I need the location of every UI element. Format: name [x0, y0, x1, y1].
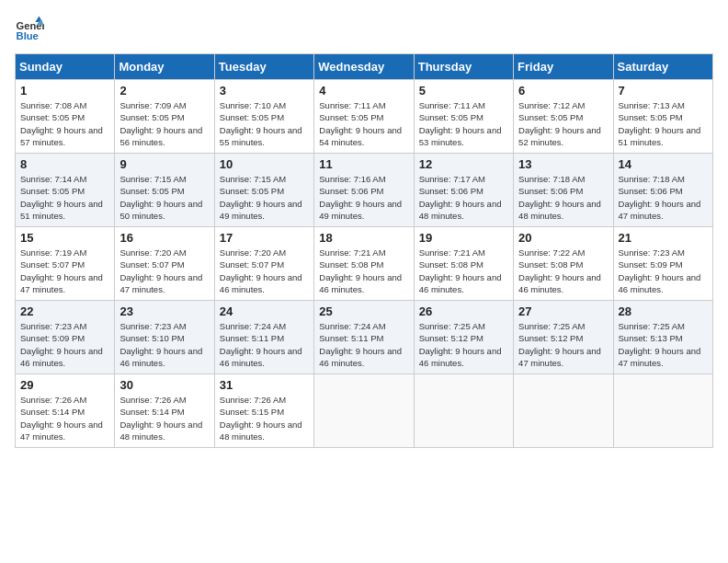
- day-number: 7: [619, 84, 708, 98]
- weekday-header: Saturday: [613, 54, 712, 80]
- day-info: Sunrise: 7:25 AMSunset: 5:12 PMDaylight:…: [419, 320, 508, 369]
- day-info: Sunrise: 7:26 AMSunset: 5:14 PMDaylight:…: [20, 394, 109, 442]
- day-number: 20: [518, 231, 608, 245]
- calendar-week-row: 22Sunrise: 7:23 AMSunset: 5:09 PMDayligh…: [16, 301, 713, 374]
- calendar-day-cell: 12Sunrise: 7:17 AMSunset: 5:06 PMDayligh…: [414, 154, 513, 227]
- day-info: Sunrise: 7:11 AMSunset: 5:05 PMDaylight:…: [419, 99, 508, 148]
- day-number: 14: [619, 157, 708, 171]
- weekday-header: Thursday: [414, 54, 513, 80]
- day-info: Sunrise: 7:11 AMSunset: 5:05 PMDaylight:…: [319, 99, 408, 148]
- calendar-table: SundayMondayTuesdayWednesdayThursdayFrid…: [15, 53, 713, 448]
- day-number: 23: [119, 304, 209, 318]
- day-info: Sunrise: 7:20 AMSunset: 5:07 PMDaylight:…: [119, 247, 209, 295]
- calendar-day-cell: 25Sunrise: 7:24 AMSunset: 5:11 PMDayligh…: [314, 301, 414, 374]
- day-info: Sunrise: 7:10 AMSunset: 5:05 PMDaylight:…: [220, 99, 309, 148]
- day-info: Sunrise: 7:09 AMSunset: 5:05 PMDaylight:…: [119, 99, 209, 148]
- calendar-week-row: 15Sunrise: 7:19 AMSunset: 5:07 PMDayligh…: [16, 227, 713, 301]
- calendar-day-cell: 6Sunrise: 7:12 AMSunset: 5:05 PMDaylight…: [514, 80, 613, 154]
- day-number: 8: [20, 157, 109, 171]
- day-info: Sunrise: 7:22 AMSunset: 5:08 PMDaylight:…: [518, 247, 608, 295]
- day-number: 10: [220, 157, 309, 171]
- calendar-day-cell: 13Sunrise: 7:18 AMSunset: 5:06 PMDayligh…: [514, 154, 613, 227]
- calendar-day-cell: [414, 374, 513, 448]
- calendar-day-cell: 1Sunrise: 7:08 AMSunset: 5:05 PMDaylight…: [16, 80, 115, 154]
- calendar-day-cell: 31Sunrise: 7:26 AMSunset: 5:15 PMDayligh…: [214, 374, 313, 448]
- logo: General Blue: [15, 15, 44, 44]
- calendar-day-cell: 24Sunrise: 7:24 AMSunset: 5:11 PMDayligh…: [214, 301, 313, 374]
- calendar-day-cell: 17Sunrise: 7:20 AMSunset: 5:07 PMDayligh…: [214, 227, 313, 301]
- calendar-day-cell: 8Sunrise: 7:14 AMSunset: 5:05 PMDaylight…: [16, 154, 115, 227]
- day-info: Sunrise: 7:08 AMSunset: 5:05 PMDaylight:…: [20, 99, 109, 148]
- day-info: Sunrise: 7:21 AMSunset: 5:08 PMDaylight:…: [419, 247, 508, 295]
- day-number: 25: [319, 304, 408, 318]
- day-number: 26: [419, 304, 508, 318]
- calendar-day-cell: 5Sunrise: 7:11 AMSunset: 5:05 PMDaylight…: [414, 80, 513, 154]
- day-number: 2: [119, 84, 209, 98]
- day-number: 11: [319, 157, 408, 171]
- calendar-day-cell: 14Sunrise: 7:18 AMSunset: 5:06 PMDayligh…: [613, 154, 712, 227]
- day-info: Sunrise: 7:20 AMSunset: 5:07 PMDaylight:…: [220, 247, 309, 295]
- day-number: 4: [319, 84, 408, 98]
- calendar-week-row: 29Sunrise: 7:26 AMSunset: 5:14 PMDayligh…: [16, 374, 713, 448]
- day-number: 3: [220, 84, 309, 98]
- day-info: Sunrise: 7:13 AMSunset: 5:05 PMDaylight:…: [619, 99, 708, 148]
- calendar-day-cell: 7Sunrise: 7:13 AMSunset: 5:05 PMDaylight…: [613, 80, 712, 154]
- weekday-header-row: SundayMondayTuesdayWednesdayThursdayFrid…: [16, 54, 713, 80]
- day-number: 30: [119, 378, 209, 392]
- day-info: Sunrise: 7:24 AMSunset: 5:11 PMDaylight:…: [319, 320, 408, 369]
- day-info: Sunrise: 7:25 AMSunset: 5:12 PMDaylight:…: [518, 320, 608, 369]
- weekday-header: Friday: [514, 54, 613, 80]
- calendar-day-cell: 23Sunrise: 7:23 AMSunset: 5:10 PMDayligh…: [115, 301, 214, 374]
- calendar-day-cell: 22Sunrise: 7:23 AMSunset: 5:09 PMDayligh…: [16, 301, 115, 374]
- day-info: Sunrise: 7:12 AMSunset: 5:05 PMDaylight:…: [518, 99, 608, 148]
- calendar-day-cell: 21Sunrise: 7:23 AMSunset: 5:09 PMDayligh…: [613, 227, 712, 301]
- page-header: General Blue: [15, 15, 713, 44]
- day-number: 17: [220, 231, 309, 245]
- calendar-day-cell: 19Sunrise: 7:21 AMSunset: 5:08 PMDayligh…: [414, 227, 513, 301]
- day-number: 27: [518, 304, 608, 318]
- day-number: 12: [419, 157, 508, 171]
- calendar-day-cell: 16Sunrise: 7:20 AMSunset: 5:07 PMDayligh…: [115, 227, 214, 301]
- calendar-day-cell: 3Sunrise: 7:10 AMSunset: 5:05 PMDaylight…: [214, 80, 313, 154]
- logo-icon: General Blue: [15, 15, 44, 44]
- calendar-week-row: 8Sunrise: 7:14 AMSunset: 5:05 PMDaylight…: [16, 154, 713, 227]
- day-info: Sunrise: 7:16 AMSunset: 5:06 PMDaylight:…: [319, 173, 408, 222]
- day-info: Sunrise: 7:15 AMSunset: 5:05 PMDaylight:…: [119, 173, 209, 222]
- day-number: 6: [518, 84, 608, 98]
- calendar-day-cell: 15Sunrise: 7:19 AMSunset: 5:07 PMDayligh…: [16, 227, 115, 301]
- calendar-day-cell: 18Sunrise: 7:21 AMSunset: 5:08 PMDayligh…: [314, 227, 414, 301]
- day-info: Sunrise: 7:21 AMSunset: 5:08 PMDaylight:…: [319, 247, 408, 295]
- day-info: Sunrise: 7:15 AMSunset: 5:05 PMDaylight:…: [220, 173, 309, 222]
- day-number: 19: [419, 231, 508, 245]
- day-info: Sunrise: 7:23 AMSunset: 5:10 PMDaylight:…: [119, 320, 209, 369]
- calendar-day-cell: 9Sunrise: 7:15 AMSunset: 5:05 PMDaylight…: [115, 154, 214, 227]
- day-info: Sunrise: 7:24 AMSunset: 5:11 PMDaylight:…: [220, 320, 309, 369]
- day-number: 21: [619, 231, 708, 245]
- calendar-day-cell: 11Sunrise: 7:16 AMSunset: 5:06 PMDayligh…: [314, 154, 414, 227]
- weekday-header: Sunday: [16, 54, 115, 80]
- calendar-day-cell: 4Sunrise: 7:11 AMSunset: 5:05 PMDaylight…: [314, 80, 414, 154]
- calendar-day-cell: [613, 374, 712, 448]
- day-number: 9: [119, 157, 209, 171]
- calendar-week-row: 1Sunrise: 7:08 AMSunset: 5:05 PMDaylight…: [16, 80, 713, 154]
- day-number: 5: [419, 84, 508, 98]
- calendar-day-cell: 20Sunrise: 7:22 AMSunset: 5:08 PMDayligh…: [514, 227, 613, 301]
- day-info: Sunrise: 7:14 AMSunset: 5:05 PMDaylight:…: [20, 173, 109, 222]
- day-number: 18: [319, 231, 408, 245]
- weekday-header: Tuesday: [214, 54, 313, 80]
- calendar-day-cell: 29Sunrise: 7:26 AMSunset: 5:14 PMDayligh…: [16, 374, 115, 448]
- day-number: 28: [619, 304, 708, 318]
- svg-text:Blue: Blue: [17, 30, 39, 41]
- day-number: 22: [20, 304, 109, 318]
- calendar-day-cell: 2Sunrise: 7:09 AMSunset: 5:05 PMDaylight…: [115, 80, 214, 154]
- day-number: 29: [20, 378, 109, 392]
- day-info: Sunrise: 7:19 AMSunset: 5:07 PMDaylight:…: [20, 247, 109, 295]
- calendar-day-cell: 28Sunrise: 7:25 AMSunset: 5:13 PMDayligh…: [613, 301, 712, 374]
- day-info: Sunrise: 7:18 AMSunset: 5:06 PMDaylight:…: [518, 173, 608, 222]
- day-number: 31: [220, 378, 309, 392]
- day-info: Sunrise: 7:17 AMSunset: 5:06 PMDaylight:…: [419, 173, 508, 222]
- calendar-day-cell: 30Sunrise: 7:26 AMSunset: 5:14 PMDayligh…: [115, 374, 214, 448]
- calendar-day-cell: 10Sunrise: 7:15 AMSunset: 5:05 PMDayligh…: [214, 154, 313, 227]
- day-info: Sunrise: 7:26 AMSunset: 5:15 PMDaylight:…: [220, 394, 309, 442]
- day-info: Sunrise: 7:26 AMSunset: 5:14 PMDaylight:…: [119, 394, 209, 442]
